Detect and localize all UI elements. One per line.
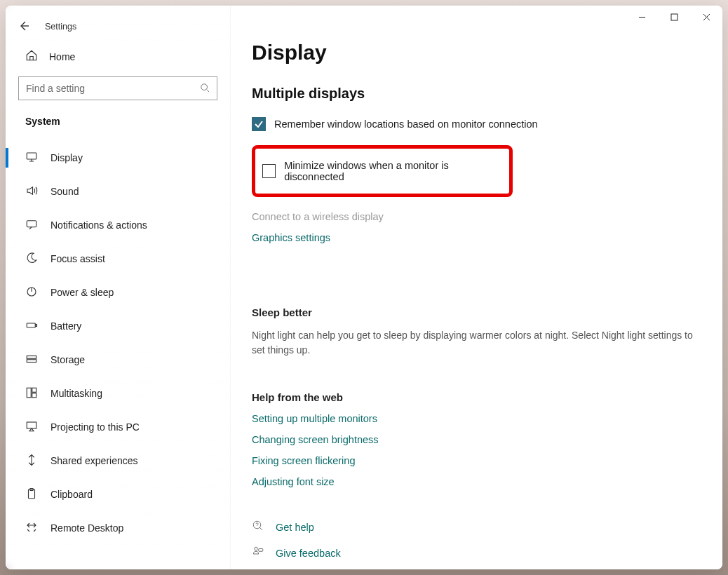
checkbox-icon [262, 164, 276, 178]
search-icon [200, 83, 210, 95]
clipboard-icon [25, 487, 38, 502]
sidebar-item-clipboard[interactable]: Clipboard [6, 478, 230, 511]
sidebar-item-label: Notifications & actions [50, 219, 147, 231]
page-title: Display [252, 41, 701, 65]
sidebar-section-label: System [6, 110, 230, 141]
feedback-icon [252, 546, 264, 560]
sidebar-item-label: Clipboard [50, 489, 93, 500]
sleep-description: Night light can help you get to sleep by… [252, 328, 701, 358]
app-title: Settings [45, 22, 76, 32]
svg-point-15 [253, 521, 261, 529]
svg-rect-10 [32, 393, 36, 397]
window-controls [626, 6, 722, 28]
get-help-row[interactable]: Get help [252, 520, 701, 534]
power-icon [25, 285, 38, 300]
svg-rect-14 [671, 14, 678, 20]
svg-rect-9 [32, 388, 36, 392]
remote-icon [25, 521, 38, 536]
main-pane: Display Multiple displays Remember windo… [231, 6, 722, 569]
sidebar-item-sound[interactable]: Sound [6, 175, 230, 208]
svg-rect-8 [27, 388, 31, 398]
multitasking-icon [25, 386, 38, 401]
svg-rect-2 [27, 220, 36, 226]
help-link-brightness[interactable]: Changing screen brightness [252, 434, 701, 445]
sidebar-item-home[interactable]: Home [6, 41, 230, 74]
svg-point-16 [255, 547, 258, 550]
svg-rect-11 [27, 422, 36, 428]
sidebar: Settings Home System Display Sound [6, 6, 231, 569]
sidebar-item-label: Sound [50, 186, 79, 197]
sidebar-item-label: Multitasking [50, 388, 102, 399]
settings-window: Settings Home System Display Sound [6, 6, 722, 569]
sleep-heading: Sleep better [252, 306, 701, 318]
sidebar-item-label: Projecting to this PC [50, 421, 140, 433]
svg-rect-17 [259, 549, 263, 552]
help-from-web-block: Help from the web Setting up multiple mo… [252, 391, 701, 487]
checkbox-minimize-disconnected[interactable]: Minimize windows when a monitor is disco… [262, 160, 502, 182]
sidebar-item-display[interactable]: Display [6, 141, 230, 175]
feedback-row[interactable]: Give feedback [252, 546, 701, 560]
home-icon [25, 49, 38, 64]
svg-rect-7 [27, 359, 36, 362]
sidebar-item-remote[interactable]: Remote Desktop [6, 511, 230, 545]
help-icon [252, 520, 264, 534]
minimize-button[interactable] [626, 6, 658, 28]
help-heading: Help from the web [252, 391, 701, 403]
svg-rect-6 [27, 356, 36, 358]
sidebar-item-focus[interactable]: Focus assist [6, 242, 230, 276]
svg-point-0 [201, 83, 208, 90]
sidebar-item-power[interactable]: Power & sleep [6, 276, 230, 309]
sidebar-nav: Display Sound Notifications & actions Fo… [6, 141, 230, 545]
sidebar-item-label: Power & sleep [50, 287, 114, 298]
shared-icon [25, 454, 38, 468]
sound-icon [25, 184, 38, 199]
sidebar-item-label: Shared experiences [50, 455, 138, 466]
wireless-display-text: Connect to a wireless display [252, 211, 701, 222]
projecting-icon [25, 420, 38, 435]
help-link-flickering[interactable]: Fixing screen flickering [252, 455, 701, 466]
help-link-fontsize[interactable]: Adjusting font size [252, 476, 701, 487]
checkbox-label: Remember window locations based on monit… [274, 119, 538, 130]
svg-rect-4 [27, 323, 35, 327]
sidebar-item-label: Battery [50, 320, 81, 332]
svg-rect-1 [27, 153, 36, 159]
back-icon[interactable] [18, 20, 29, 34]
sleep-better-block: Sleep better Night light can help you ge… [252, 306, 701, 358]
sidebar-item-projecting[interactable]: Projecting to this PC [6, 410, 230, 444]
sidebar-item-label: Storage [50, 354, 85, 365]
checkbox-icon [252, 117, 266, 131]
svg-rect-5 [36, 324, 37, 326]
checkbox-label: Minimize windows when a monitor is disco… [284, 160, 502, 182]
sidebar-item-label: Focus assist [50, 253, 105, 264]
search-input[interactable] [26, 83, 173, 94]
graphics-settings-link[interactable]: Graphics settings [252, 232, 701, 243]
content: Display Multiple displays Remember windo… [231, 6, 722, 569]
display-icon [25, 151, 38, 165]
focus-icon [25, 252, 38, 266]
sidebar-item-battery[interactable]: Battery [6, 309, 230, 343]
sidebar-item-notifications[interactable]: Notifications & actions [6, 208, 230, 242]
notifications-icon [25, 218, 38, 233]
help-link-monitors[interactable]: Setting up multiple monitors [252, 413, 701, 424]
highlighted-option: Minimize windows when a monitor is disco… [252, 145, 513, 197]
sidebar-item-shared[interactable]: Shared experiences [6, 444, 230, 478]
close-button[interactable] [690, 6, 722, 28]
checkbox-remember-locations[interactable]: Remember window locations based on monit… [252, 117, 701, 131]
battery-icon [25, 319, 38, 334]
footer-links: Get help Give feedback [252, 520, 701, 560]
storage-icon [25, 353, 38, 367]
get-help-link[interactable]: Get help [276, 522, 314, 533]
section-heading: Multiple displays [252, 86, 701, 102]
feedback-link[interactable]: Give feedback [276, 548, 341, 559]
sidebar-item-storage[interactable]: Storage [6, 343, 230, 377]
titlebar-left: Settings [6, 13, 230, 41]
maximize-button[interactable] [658, 6, 690, 28]
sidebar-item-multitasking[interactable]: Multitasking [6, 377, 230, 410]
search-box[interactable] [18, 76, 217, 100]
home-label: Home [49, 51, 75, 62]
sidebar-item-label: Remote Desktop [50, 522, 123, 534]
sidebar-item-label: Display [50, 152, 83, 163]
